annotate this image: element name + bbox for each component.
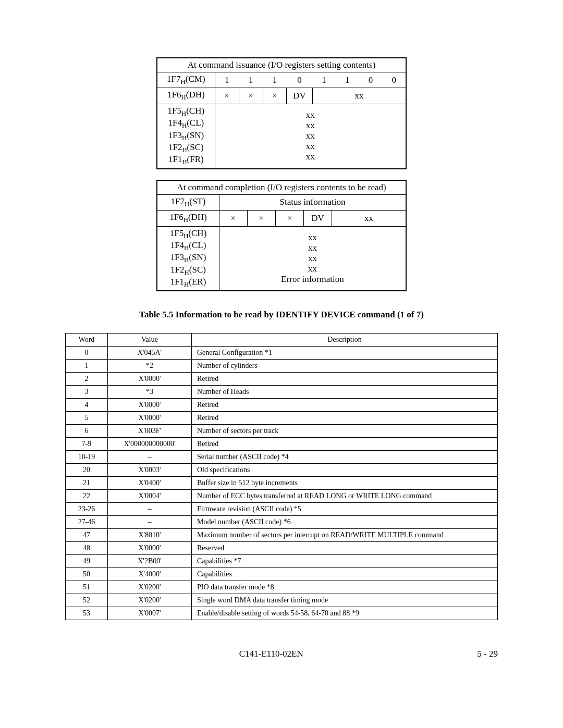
table-caption: Table 5.5 Information to be read by IDEN… [63, 310, 500, 320]
reg-label-dh-b: 1F6H(DH) [157, 211, 219, 226]
register-table-issuance: At command issuance (I/O registers setti… [156, 57, 407, 169]
reg-label-dh-a: 1F6H(DH) [157, 88, 215, 104]
table-row: 1*2Number of cylinders [66, 360, 498, 373]
register-table-completion: At command completion (I/O registers con… [156, 180, 407, 292]
doc-id: C141-E110-02EN [65, 649, 477, 659]
reg-label-cm: 1F7H(CM) [157, 72, 215, 88]
reg-block-labels-b: 1F5H(CH) 1F4H(CL) 1F3H(SN) 1F2H(SC) 1F1H… [157, 226, 219, 291]
table-row: 50X'4000'Capabilities [66, 568, 498, 581]
table-row: 6X'003F'Number of sectors per track [66, 425, 498, 438]
table-row: 49X'2B00'Capabilities *7 [66, 555, 498, 568]
identify-device-table: Word Value Description 0X'045A'General C… [65, 333, 498, 620]
page-number: 5 - 29 [477, 649, 498, 659]
reg-block-values-b: xx xx xx xx Error information [219, 226, 407, 291]
table-row: 4X'0000'Retired [66, 399, 498, 412]
reg-label-st: 1F7H(ST) [157, 194, 219, 210]
table-b-header: At command completion (I/O registers con… [157, 180, 406, 195]
table-row: 52X'0200'Single word DMA data transfer t… [66, 594, 498, 607]
table-row: 21X'0400'Buffer size in 512 byte increme… [66, 477, 498, 490]
table-a-header: At command issuance (I/O registers setti… [157, 58, 406, 72]
table-row: 10-19–Serial number (ASCII code) *4 [66, 451, 498, 464]
table-row: 48X'0000'Reserved [66, 542, 498, 555]
table-row: 3*3Number of Heads [66, 386, 498, 399]
table-row: 2X'0000'Retired [66, 373, 498, 386]
reg-block-labels-a: 1F5H(CH) 1F4H(CL) 1F3H(SN) 1F2H(SC) 1F1H… [157, 104, 215, 168]
table-row: 20X'0003'Old specifications [66, 464, 498, 477]
reg-block-values-a: xx xx xx xx xx [215, 104, 406, 168]
table-row: 23-26–Firmware revision (ASCII code) *5 [66, 503, 498, 516]
table-row: 0X'045A'General Configuration *1 [66, 347, 498, 360]
col-desc: Description [192, 334, 498, 347]
table-row: 5X'0000'Retired [66, 412, 498, 425]
col-word: Word [66, 334, 108, 347]
table-row: 7-9X'000000000000'Retired [66, 438, 498, 451]
page-footer: C141-E110-02EN 5 - 29 [65, 649, 498, 659]
table-row: 53X'0007'Enable/disable setting of words… [66, 607, 498, 620]
table-row: 27-46–Model number (ASCII code) *6 [66, 516, 498, 529]
table-row: 22X'0004'Number of ECC bytes transferred… [66, 490, 498, 503]
col-value: Value [108, 334, 192, 347]
table-row: 51X'0200'PIO data transfer mode *8 [66, 581, 498, 594]
table-row: 47X'8010'Maximum number of sectors per i… [66, 529, 498, 542]
